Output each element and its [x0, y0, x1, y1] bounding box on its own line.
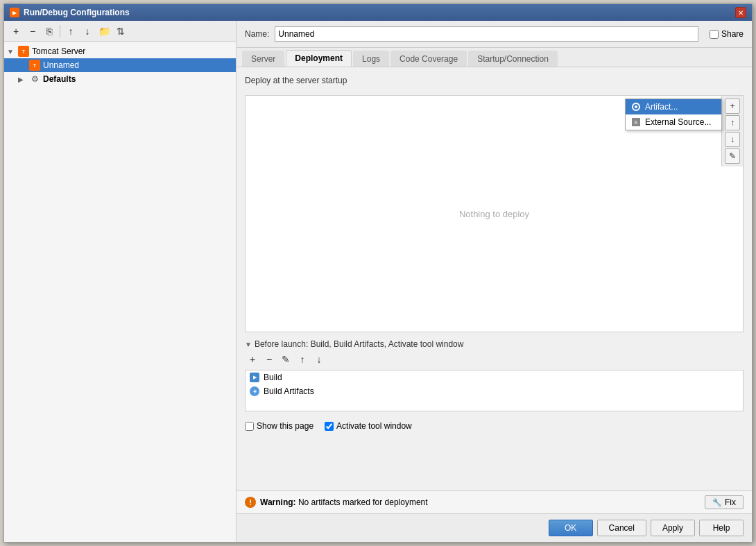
- toolbar-separator: [60, 25, 60, 37]
- activate-tool-window-checkbox[interactable]: [325, 422, 334, 431]
- launch-item-build-artifacts[interactable]: ◈ Build Artifacts: [246, 384, 743, 398]
- tabs-row: Server Deployment Logs Code Coverage Sta…: [237, 48, 752, 67]
- artifact-label: Artifact...: [645, 102, 678, 112]
- bottom-bar: OK Cancel Apply Help: [237, 513, 752, 542]
- build-icon: ▶: [250, 373, 259, 382]
- left-toolbar: + − ⎘ ↑ ↓ 📁 ⇅: [4, 21, 236, 42]
- name-input[interactable]: [275, 26, 698, 42]
- folder-button[interactable]: 📁: [96, 24, 112, 39]
- tab-code-coverage[interactable]: Code Coverage: [390, 51, 467, 67]
- build-label: Build: [264, 373, 282, 382]
- right-panel: Name: Share Server Deployment Logs Code …: [237, 21, 752, 542]
- tomcat-arrow: ▼: [7, 48, 18, 56]
- before-launch-add[interactable]: +: [245, 352, 260, 367]
- warning-icon: !: [245, 497, 256, 508]
- deploy-right-toolbar: + ↑ ↓ ✎: [721, 96, 743, 167]
- title-bar-left: ▶ Run/Debug Configurations: [10, 8, 130, 17]
- sort-button[interactable]: ⇅: [113, 24, 128, 39]
- move-up-button[interactable]: ↑: [63, 24, 78, 39]
- tree-item-defaults[interactable]: ▶ ⚙ Defaults: [4, 72, 236, 86]
- share-label: Share: [721, 29, 744, 39]
- deploy-dropdown-menu: Artifact... E External Source...: [625, 99, 722, 130]
- show-page-item: Show this page: [245, 421, 313, 431]
- tree-item-unnamed[interactable]: T Unnamed: [4, 58, 236, 72]
- tomcat-server-icon: T: [18, 46, 29, 57]
- dropdown-external-source[interactable]: E External Source...: [626, 114, 721, 130]
- before-launch-edit[interactable]: ✎: [278, 352, 293, 367]
- share-row: Share: [710, 29, 744, 39]
- ok-button[interactable]: OK: [549, 520, 593, 536]
- unnamed-label: Unnamed: [43, 60, 79, 70]
- unnamed-config-icon: T: [29, 60, 40, 71]
- warning-text: Warning: No artifacts marked for deploym…: [260, 497, 701, 507]
- name-row: Name: Share: [237, 21, 752, 48]
- main-content: + − ⎘ ↑ ↓ 📁 ⇅ ▼ T Tomcat Server T: [4, 21, 752, 542]
- tab-logs[interactable]: Logs: [353, 51, 389, 67]
- artifact-icon: [631, 102, 641, 112]
- before-launch-up[interactable]: ↑: [295, 352, 310, 367]
- deployment-tab-content: Deploy at the server startup Nothing to …: [237, 67, 752, 490]
- build-artifacts-label: Build Artifacts: [264, 386, 314, 396]
- move-down-button[interactable]: ↓: [80, 24, 95, 39]
- before-launch-section: ▼ Before launch: Build, Build Artifacts,…: [245, 339, 744, 411]
- external-source-label: External Source...: [645, 117, 711, 127]
- tomcat-label: Tomcat Server: [32, 46, 85, 56]
- defaults-icon: ⚙: [29, 74, 40, 85]
- before-launch-toolbar: + − ✎ ↑ ↓: [245, 352, 744, 367]
- before-launch-collapse[interactable]: ▼: [245, 341, 252, 348]
- show-page-label: Show this page: [257, 421, 313, 431]
- share-checkbox[interactable]: [710, 30, 719, 39]
- dialog-title: Run/Debug Configurations: [24, 8, 130, 17]
- cancel-button[interactable]: Cancel: [597, 520, 646, 536]
- tab-deployment[interactable]: Deployment: [286, 50, 352, 67]
- fix-button[interactable]: 🔧 Fix: [705, 495, 744, 509]
- show-page-checkbox[interactable]: [245, 422, 254, 431]
- config-tree: ▼ T Tomcat Server T Unnamed ▶ ⚙ Defaults: [4, 42, 236, 542]
- tree-item-tomcat[interactable]: ▼ T Tomcat Server: [4, 44, 236, 58]
- deploy-movedown-button[interactable]: ↓: [725, 132, 740, 147]
- deploy-moveup-button[interactable]: ↑: [725, 115, 740, 130]
- left-panel: + − ⎘ ↑ ↓ 📁 ⇅ ▼ T Tomcat Server T: [4, 21, 237, 542]
- external-source-icon: E: [631, 117, 641, 127]
- copy-config-button[interactable]: ⎘: [42, 24, 57, 39]
- before-launch-label: Before launch: Build, Build Artifacts, A…: [255, 339, 464, 349]
- warning-bar: ! Warning: No artifacts marked for deplo…: [237, 490, 752, 513]
- app-icon: ▶: [10, 8, 19, 17]
- remove-config-button[interactable]: −: [25, 24, 40, 39]
- warning-bold: Warning:: [260, 497, 296, 507]
- apply-button[interactable]: Apply: [651, 520, 695, 536]
- deploy-empty-text: Nothing to deploy: [246, 96, 743, 332]
- deploy-section-label: Deploy at the server startup: [245, 76, 744, 85]
- name-label: Name:: [245, 29, 269, 39]
- deploy-area: Nothing to deploy + ↑ ↓ ✎: [245, 95, 744, 332]
- title-bar: ▶ Run/Debug Configurations ✕: [4, 4, 752, 21]
- tab-startup-connection[interactable]: Startup/Connection: [468, 51, 558, 67]
- help-button[interactable]: Help: [699, 520, 744, 536]
- deploy-edit-button[interactable]: ✎: [725, 148, 740, 164]
- tab-server[interactable]: Server: [242, 51, 284, 67]
- before-launch-header: ▼ Before launch: Build, Build Artifacts,…: [245, 339, 744, 349]
- warning-detail: No artifacts marked for deployment: [296, 497, 428, 507]
- defaults-label: Defaults: [43, 74, 76, 84]
- activate-tool-window-item: Activate tool window: [325, 421, 412, 431]
- add-config-button[interactable]: +: [8, 24, 24, 39]
- run-debug-dialog: ▶ Run/Debug Configurations ✕ + − ⎘ ↑ ↓ 📁…: [3, 3, 753, 543]
- defaults-arrow: ▶: [18, 76, 29, 83]
- checkboxes-row: Show this page Activate tool window: [245, 418, 744, 434]
- close-button[interactable]: ✕: [735, 7, 746, 18]
- deploy-add-button[interactable]: +: [725, 99, 740, 114]
- launch-item-build[interactable]: ▶ Build: [246, 370, 743, 384]
- dropdown-artifact[interactable]: Artifact...: [626, 99, 721, 114]
- before-launch-remove[interactable]: −: [261, 352, 277, 367]
- build-artifacts-icon: ◈: [250, 386, 259, 396]
- activate-tool-window-label: Activate tool window: [336, 421, 412, 431]
- before-launch-down[interactable]: ↓: [311, 352, 327, 367]
- before-launch-list: ▶ Build ◈ Build Artifacts: [245, 370, 744, 411]
- fix-label: Fix: [725, 497, 736, 507]
- fix-icon: 🔧: [712, 498, 722, 507]
